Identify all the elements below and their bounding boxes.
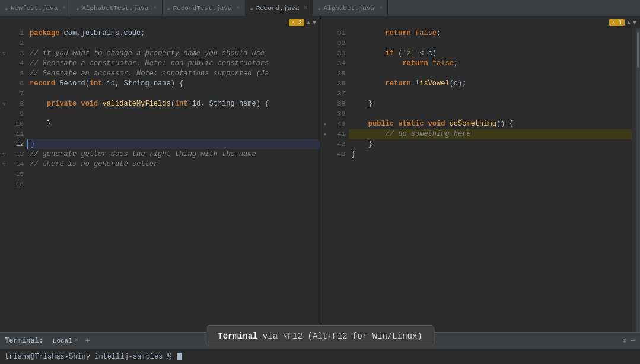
close-tab-record[interactable]: × <box>304 5 307 11</box>
rln-38: 38 <box>333 99 345 109</box>
rcode-42[interactable]: } <box>349 139 632 149</box>
code-line-2[interactable] <box>27 39 320 49</box>
rcode-43[interactable]: } <box>349 149 632 159</box>
code-line-3[interactable]: // if you want to change a property name… <box>27 49 320 59</box>
rln-39: 39 <box>333 109 345 119</box>
ln-6: 6 <box>12 79 24 89</box>
fold-16 <box>0 180 8 190</box>
fold-13[interactable]: ▽ <box>0 149 8 159</box>
terminal-settings-button[interactable]: ⚙ — <box>622 336 635 345</box>
code-line-16[interactable] <box>27 180 320 190</box>
right-down-arrow[interactable]: ▼ <box>633 20 636 26</box>
ln-10: 10 <box>12 119 24 129</box>
code-line-15[interactable] <box>27 170 320 180</box>
close-tab-alphabettest[interactable]: × <box>154 5 157 11</box>
code-line-1[interactable]: package com.jetbrains.code; <box>27 28 320 39</box>
tab-record[interactable]: ☕ Record.java × <box>246 0 313 16</box>
java-icon-2: ☕ <box>76 5 79 12</box>
up-arrow[interactable]: ▲ <box>307 20 310 26</box>
code-line-13[interactable]: // generate getter does the right thing … <box>27 149 320 159</box>
rcode-39[interactable] <box>349 109 632 119</box>
rln-31: 31 <box>333 28 345 39</box>
close-local-tab[interactable]: × <box>75 337 78 344</box>
g-43 <box>320 149 330 159</box>
local-tab[interactable]: Local × <box>53 337 78 344</box>
tab-recordtest[interactable]: ☕ RecordTest.java × <box>163 0 246 16</box>
g-39 <box>320 109 330 119</box>
fold-2 <box>0 39 8 49</box>
rcode-33[interactable]: if ('z' < c) <box>349 49 632 59</box>
code-line-14[interactable]: // there is no generate setter <box>27 159 320 170</box>
down-arrow[interactable]: ▼ <box>313 20 316 26</box>
code-line-6[interactable]: record Record(int id, String name) { <box>27 79 320 89</box>
right-code-content[interactable]: return false; if ('z' < c) return false;… <box>349 28 632 332</box>
add-terminal-button[interactable]: + <box>85 336 90 346</box>
code-line-11[interactable] <box>27 129 320 139</box>
rcode-36[interactable]: return !isVowel(c); <box>349 79 632 89</box>
rln-42: 42 <box>333 139 345 149</box>
rcode-32[interactable] <box>349 39 632 49</box>
rln-36: 36 <box>333 79 345 89</box>
fold-6 <box>0 79 8 89</box>
ln-2: 2 <box>12 39 24 49</box>
rcode-41[interactable]: // do something here <box>349 129 632 139</box>
right-warning-badge[interactable]: ⚠ 1 <box>609 19 625 26</box>
g-37 <box>320 89 330 99</box>
fold-3[interactable]: ▽ <box>0 49 8 59</box>
left-line-numbers: 1 2 3 4 5 6 7 8 9 10 11 12 13 14 15 16 <box>8 28 27 332</box>
right-line-numbers: 31 32 33 34 35 36 37 38 39 40 41 42 43 <box>330 28 349 332</box>
ln-12: 12 <box>12 139 24 149</box>
terminal-content[interactable]: trisha@Trishas-Shiny intellij-samples % <box>0 349 640 364</box>
code-line-5[interactable]: // Generate an accessor. Note: annotatio… <box>27 69 320 79</box>
editor-right-pane: ⚠ 1 ▲ ▼ ● ● <box>320 17 640 332</box>
rcode-38[interactable]: } <box>349 99 632 109</box>
ln-14: 14 <box>12 159 24 170</box>
g-33 <box>320 49 330 59</box>
g-35 <box>320 69 330 79</box>
left-warning-badge[interactable]: ⚠ 3 <box>289 19 304 26</box>
java-icon-4: ☕ <box>250 5 254 12</box>
code-line-7[interactable] <box>27 89 320 99</box>
right-up-arrow[interactable]: ▲ <box>627 20 631 26</box>
ln-15: 15 <box>12 170 24 180</box>
close-tab-alphabet[interactable]: × <box>379 5 383 11</box>
code-line-4[interactable]: // Generate a constructor. Note: non-pub… <box>27 59 320 69</box>
fold-5 <box>0 69 8 79</box>
rcode-40[interactable]: public static void doSomething() { <box>349 119 632 129</box>
tooltip-bold: Terminal <box>218 331 257 341</box>
terminal-prompt: trisha@Trishas-Shiny intellij-samples % <box>5 353 171 361</box>
tab-newfest[interactable]: ☕ Newfest.java × <box>0 0 71 16</box>
fold-8[interactable]: ▽ <box>0 99 8 109</box>
right-editor-header: ⚠ 1 ▲ ▼ <box>320 17 640 28</box>
editor-area: ⚠ 3 ▲ ▼ ▽ ▽ ▽ ▽ <box>0 17 640 332</box>
tab-alphabet[interactable]: ☕ Alphabet.java × <box>313 0 388 16</box>
close-tab-recordtest[interactable]: × <box>237 5 240 11</box>
code-line-12[interactable]: } <box>27 139 320 149</box>
close-tab-newfest[interactable]: × <box>62 5 66 11</box>
rcode-31[interactable]: return false; <box>349 28 632 39</box>
ln-13: 13 <box>12 149 24 159</box>
terminal-cursor <box>177 353 182 360</box>
left-fold-col: ▽ ▽ ▽ ▽ <box>0 28 8 332</box>
left-code-content[interactable]: package com.jetbrains.code; // if you wa… <box>27 28 320 332</box>
tab-alphabettest[interactable]: ☕ AlphabetTest.java × <box>71 0 162 16</box>
code-line-9[interactable] <box>27 109 320 119</box>
rln-40: 40 <box>333 119 345 129</box>
scrollbar-thumb[interactable] <box>637 32 639 68</box>
rln-33: 33 <box>333 49 345 59</box>
left-code-area: ▽ ▽ ▽ ▽ 1 2 3 4 5 6 <box>0 28 320 332</box>
code-line-10[interactable]: } <box>27 119 320 129</box>
tooltip-rest: via ⌥F12 (Alt+F12 for Win/Linux) <box>257 331 422 341</box>
rcode-35[interactable] <box>349 69 632 79</box>
right-scrollbar[interactable] <box>636 28 640 332</box>
ln-16: 16 <box>12 180 24 190</box>
g-38 <box>320 99 330 109</box>
fold-9 <box>0 109 8 119</box>
rcode-37[interactable] <box>349 89 632 99</box>
g-36 <box>320 79 330 89</box>
rcode-34[interactable]: return false; <box>349 59 632 69</box>
g-34 <box>320 59 330 69</box>
fold-14[interactable]: ▽ <box>0 159 8 170</box>
code-line-8[interactable]: private void validateMyFields(int id, St… <box>27 99 320 109</box>
fold-15 <box>0 170 8 180</box>
